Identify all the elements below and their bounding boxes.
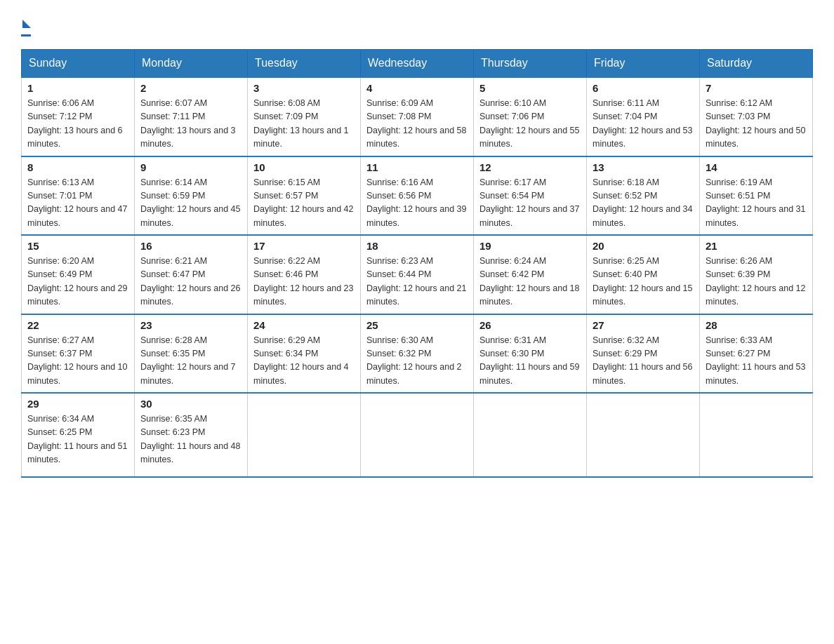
day-number: 28 [706,319,807,331]
calendar-day-cell: 21Sunrise: 6:26 AMSunset: 6:39 PMDayligh… [700,235,813,314]
day-info: Sunrise: 6:08 AMSunset: 7:09 PMDaylight:… [253,97,355,152]
day-info: Sunrise: 6:24 AMSunset: 6:42 PMDaylight:… [479,255,581,309]
calendar-day-cell: 9Sunrise: 6:14 AMSunset: 6:59 PMDaylight… [135,156,248,236]
day-number: 7 [706,82,807,94]
day-info: Sunrise: 6:35 AMSunset: 6:23 PMDaylight:… [140,412,241,467]
day-number: 1 [27,82,128,94]
day-number: 25 [366,319,468,331]
calendar-day-cell: 16Sunrise: 6:21 AMSunset: 6:47 PMDayligh… [135,235,248,314]
weekday-header-friday: Friday [587,50,700,78]
page-header [21,14,813,36]
calendar-day-cell: 23Sunrise: 6:28 AMSunset: 6:35 PMDayligh… [135,314,248,394]
logo [21,14,31,36]
day-info: Sunrise: 6:17 AMSunset: 6:54 PMDaylight:… [479,176,581,231]
calendar-week-row: 1Sunrise: 6:06 AMSunset: 7:12 PMDaylight… [22,77,813,156]
weekday-header-monday: Monday [135,50,248,78]
calendar-day-cell: 11Sunrise: 6:16 AMSunset: 6:56 PMDayligh… [361,156,474,236]
calendar-week-row: 29Sunrise: 6:34 AMSunset: 6:25 PMDayligh… [22,393,813,477]
weekday-header-thursday: Thursday [474,50,587,78]
calendar-table: SundayMondayTuesdayWednesdayThursdayFrid… [21,49,813,478]
calendar-day-cell: 25Sunrise: 6:30 AMSunset: 6:32 PMDayligh… [361,314,474,394]
day-number: 14 [706,161,807,173]
calendar-day-cell: 29Sunrise: 6:34 AMSunset: 6:25 PMDayligh… [22,393,135,477]
day-number: 5 [479,82,581,94]
day-number: 29 [27,398,128,410]
calendar-day-cell [587,393,700,477]
day-info: Sunrise: 6:06 AMSunset: 7:12 PMDaylight:… [27,97,128,152]
calendar-day-cell: 10Sunrise: 6:15 AMSunset: 6:57 PMDayligh… [248,156,361,236]
day-info: Sunrise: 6:09 AMSunset: 7:08 PMDaylight:… [366,97,468,152]
day-number: 15 [27,240,128,252]
calendar-day-cell: 13Sunrise: 6:18 AMSunset: 6:52 PMDayligh… [587,156,700,236]
day-number: 13 [593,161,694,173]
day-number: 2 [140,82,241,94]
calendar-day-cell: 14Sunrise: 6:19 AMSunset: 6:51 PMDayligh… [700,156,813,236]
day-info: Sunrise: 6:07 AMSunset: 7:11 PMDaylight:… [140,97,241,152]
day-info: Sunrise: 6:13 AMSunset: 7:01 PMDaylight:… [27,176,128,231]
calendar-day-cell: 26Sunrise: 6:31 AMSunset: 6:30 PMDayligh… [474,314,587,394]
calendar-week-row: 15Sunrise: 6:20 AMSunset: 6:49 PMDayligh… [22,235,813,314]
calendar-day-cell: 3Sunrise: 6:08 AMSunset: 7:09 PMDaylight… [248,77,361,156]
day-info: Sunrise: 6:11 AMSunset: 7:04 PMDaylight:… [593,97,694,152]
logo-underline [21,34,31,36]
calendar-day-cell: 2Sunrise: 6:07 AMSunset: 7:11 PMDaylight… [135,77,248,156]
day-info: Sunrise: 6:31 AMSunset: 6:30 PMDaylight:… [479,334,581,389]
day-info: Sunrise: 6:25 AMSunset: 6:40 PMDaylight:… [593,255,694,309]
weekday-header-row: SundayMondayTuesdayWednesdayThursdayFrid… [22,50,813,78]
day-info: Sunrise: 6:20 AMSunset: 6:49 PMDaylight:… [27,255,128,309]
calendar-day-cell: 20Sunrise: 6:25 AMSunset: 6:40 PMDayligh… [587,235,700,314]
calendar-day-cell: 7Sunrise: 6:12 AMSunset: 7:03 PMDaylight… [700,77,813,156]
calendar-day-cell: 18Sunrise: 6:23 AMSunset: 6:44 PMDayligh… [361,235,474,314]
day-info: Sunrise: 6:28 AMSunset: 6:35 PMDaylight:… [140,334,241,389]
weekday-header-saturday: Saturday [700,50,813,78]
calendar-day-cell [361,393,474,477]
calendar-day-cell: 28Sunrise: 6:33 AMSunset: 6:27 PMDayligh… [700,314,813,394]
day-number: 10 [253,161,355,173]
day-info: Sunrise: 6:10 AMSunset: 7:06 PMDaylight:… [479,97,581,152]
day-number: 21 [706,240,807,252]
day-number: 30 [140,398,241,410]
calendar-day-cell: 19Sunrise: 6:24 AMSunset: 6:42 PMDayligh… [474,235,587,314]
day-info: Sunrise: 6:34 AMSunset: 6:25 PMDaylight:… [27,412,128,467]
day-info: Sunrise: 6:30 AMSunset: 6:32 PMDaylight:… [366,334,468,389]
day-number: 26 [479,319,581,331]
calendar-day-cell [248,393,361,477]
calendar-day-cell: 6Sunrise: 6:11 AMSunset: 7:04 PMDaylight… [587,77,700,156]
calendar-day-cell: 12Sunrise: 6:17 AMSunset: 6:54 PMDayligh… [474,156,587,236]
day-number: 9 [140,161,241,173]
day-info: Sunrise: 6:33 AMSunset: 6:27 PMDaylight:… [706,334,807,389]
day-number: 11 [366,161,468,173]
day-info: Sunrise: 6:29 AMSunset: 6:34 PMDaylight:… [253,334,355,389]
day-number: 12 [479,161,581,173]
day-info: Sunrise: 6:15 AMSunset: 6:57 PMDaylight:… [253,176,355,231]
weekday-header-wednesday: Wednesday [361,50,474,78]
day-info: Sunrise: 6:18 AMSunset: 6:52 PMDaylight:… [593,176,694,231]
calendar-day-cell: 8Sunrise: 6:13 AMSunset: 7:01 PMDaylight… [22,156,135,236]
calendar-week-row: 8Sunrise: 6:13 AMSunset: 7:01 PMDaylight… [22,156,813,236]
calendar-day-cell [700,393,813,477]
day-number: 20 [593,240,694,252]
day-number: 22 [27,319,128,331]
day-info: Sunrise: 6:32 AMSunset: 6:29 PMDaylight:… [593,334,694,389]
day-info: Sunrise: 6:21 AMSunset: 6:47 PMDaylight:… [140,255,241,309]
calendar-day-cell: 4Sunrise: 6:09 AMSunset: 7:08 PMDaylight… [361,77,474,156]
weekday-header-sunday: Sunday [22,50,135,78]
day-number: 8 [27,161,128,173]
day-number: 4 [366,82,468,94]
day-info: Sunrise: 6:12 AMSunset: 7:03 PMDaylight:… [706,97,807,152]
calendar-day-cell [474,393,587,477]
calendar-day-cell: 22Sunrise: 6:27 AMSunset: 6:37 PMDayligh… [22,314,135,394]
logo-triangle-icon [22,20,31,28]
day-info: Sunrise: 6:23 AMSunset: 6:44 PMDaylight:… [366,255,468,309]
calendar-day-cell: 1Sunrise: 6:06 AMSunset: 7:12 PMDaylight… [22,77,135,156]
day-info: Sunrise: 6:16 AMSunset: 6:56 PMDaylight:… [366,176,468,231]
day-number: 18 [366,240,468,252]
calendar-day-cell: 15Sunrise: 6:20 AMSunset: 6:49 PMDayligh… [22,235,135,314]
weekday-header-tuesday: Tuesday [248,50,361,78]
calendar-day-cell: 17Sunrise: 6:22 AMSunset: 6:46 PMDayligh… [248,235,361,314]
calendar-day-cell: 24Sunrise: 6:29 AMSunset: 6:34 PMDayligh… [248,314,361,394]
day-info: Sunrise: 6:14 AMSunset: 6:59 PMDaylight:… [140,176,241,231]
calendar-week-row: 22Sunrise: 6:27 AMSunset: 6:37 PMDayligh… [22,314,813,394]
day-info: Sunrise: 6:26 AMSunset: 6:39 PMDaylight:… [706,255,807,309]
day-number: 16 [140,240,241,252]
